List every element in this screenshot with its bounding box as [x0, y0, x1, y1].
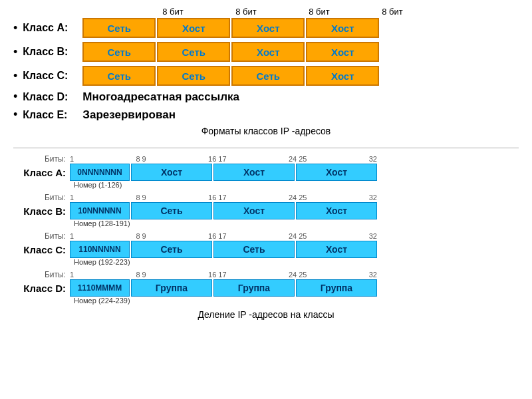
class-a-row: • Класс А: Сеть Хост Хост Хост [13, 18, 519, 38]
box-1-1: Хост [213, 202, 295, 219]
content-row-1: Класс В:10NNNNNNСетьХостХост [13, 202, 519, 219]
bullet-b: • [13, 45, 17, 59]
bit-header-row: 8 бит 8 бит 8 бит 8 бит [136, 7, 519, 17]
box-1-0: Сеть [131, 202, 212, 219]
class-c-row: • Класс С: Сеть Сеть Сеть Хост [13, 66, 519, 86]
sub-label-3: Номер (224-239) [74, 297, 519, 305]
class-e-text: Зарезервирован [82, 108, 176, 122]
box-0-0: Хост [131, 164, 212, 181]
content-row-2: Класс С:110NNNNNСетьСетьХост [13, 241, 519, 258]
bit-header-3: 8 бит [283, 7, 356, 17]
box-0-2: Хост [296, 164, 377, 181]
class-c-box-3: Хост [306, 66, 379, 86]
bottom-class-с: Биты:18 916 1724 2532Класс С:110NNNNNСет… [13, 231, 519, 268]
bottom-section: Биты:18 916 1724 2532Класс А:0NNNNNNNХос… [0, 151, 532, 323]
bits-row-3: Биты:18 916 1724 2532 [13, 270, 519, 279]
class-a-box-2: Хост [231, 18, 305, 38]
box-2-0: Сеть [131, 241, 212, 258]
class-e-row: • Класс Е: Зарезервирован [13, 108, 519, 122]
class-label-bottom-2: Класс С: [13, 244, 70, 255]
box-2-1: Сеть [213, 241, 295, 258]
box-0-1: Хост [213, 164, 295, 181]
bits-label-2: Биты: [13, 231, 70, 241]
box-1-2: Хост [296, 202, 377, 219]
class-c-boxes: Сеть Сеть Сеть Хост [82, 66, 379, 86]
first-box-3: 1110ММММ [70, 279, 130, 297]
first-box-2: 110NNNNN [70, 241, 130, 258]
class-b-box-1: Сеть [157, 42, 230, 62]
bits-row-1: Биты:18 916 1724 2532 [13, 193, 519, 202]
bits-row-0: Биты:18 916 1724 2532 [13, 154, 519, 164]
class-d-label: Класс D: [23, 91, 82, 103]
bottom-class-в: Биты:18 916 1724 2532Класс В:10NNNNNNСет… [13, 193, 519, 229]
class-a-label: Класс А: [23, 22, 82, 34]
bullet-c: • [13, 69, 17, 83]
boxes-row-3: 1110ММММГруппаГруппаГруппа [70, 279, 377, 297]
bullet-e: • [13, 108, 17, 122]
bullet-a: • [13, 21, 17, 35]
bit-header-2: 8 бит [209, 7, 283, 17]
first-box-1: 10NNNNNN [70, 202, 130, 219]
bottom-class-d: Биты:18 916 1724 2532Класс D:1110ММММГру… [13, 270, 519, 307]
content-row-0: Класс А:0NNNNNNNХостХостХост [13, 164, 519, 181]
class-a-box-3: Хост [306, 18, 379, 38]
class-label-bottom-1: Класс В: [13, 205, 70, 217]
class-d-text: Многоадресатная рассылка [82, 90, 239, 104]
class-c-label: Класс С: [23, 70, 82, 82]
class-c-box-2: Сеть [231, 66, 305, 86]
sub-label-0: Номер (1-126) [74, 181, 519, 189]
class-b-box-2: Хост [231, 42, 305, 62]
class-c-box-0: Сеть [82, 66, 156, 86]
class-label-bottom-0: Класс А: [13, 167, 70, 178]
bits-label-3: Биты: [13, 270, 70, 279]
class-a-boxes: Сеть Хост Хост Хост [82, 18, 379, 38]
sub-label-1: Номер (128-191) [74, 219, 519, 227]
box-2-2: Хост [296, 241, 377, 258]
box-3-1: Группа [213, 279, 295, 297]
content-row-3: Класс D:1110ММММГруппаГруппаГруппа [13, 279, 519, 297]
class-a-box-0: Сеть [82, 18, 156, 38]
class-c-box-1: Сеть [157, 66, 230, 86]
bits-label-0: Биты: [13, 154, 70, 164]
box-3-2: Группа [296, 279, 377, 297]
box-3-0: Группа [131, 279, 212, 297]
bottom-class-а: Биты:18 916 1724 2532Класс А:0NNNNNNNХос… [13, 154, 519, 191]
class-d-row: • Класс D: Многоадресатная рассылка [13, 90, 519, 104]
bit-header-4: 8 бит [356, 7, 429, 17]
bit-numbers-2: 18 916 1724 2532 [70, 232, 377, 240]
bit-numbers-3: 18 916 1724 2532 [70, 271, 377, 279]
class-b-label: Класс В: [23, 46, 82, 58]
first-box-0: 0NNNNNNN [70, 164, 130, 181]
boxes-row-1: 10NNNNNNСетьХостХост [70, 202, 377, 219]
boxes-row-0: 0NNNNNNNХостХостХост [70, 164, 377, 181]
top-section: 8 бит 8 бит 8 бит 8 бит • Класс А: Сеть … [0, 0, 532, 145]
class-label-bottom-3: Класс D: [13, 283, 70, 294]
class-b-boxes: Сеть Сеть Хост Хост [82, 42, 379, 62]
section-divider [13, 148, 519, 148]
class-b-box-0: Сеть [82, 42, 156, 62]
bottom-caption: Деление IP -адресов на классы [13, 309, 519, 320]
top-caption: Форматы классов IP -адресов [13, 126, 519, 136]
boxes-row-2: 110NNNNNСетьСетьХост [70, 241, 377, 258]
class-b-box-3: Хост [306, 42, 379, 62]
bits-row-2: Биты:18 916 1724 2532 [13, 231, 519, 241]
bit-numbers-0: 18 916 1724 2532 [70, 155, 377, 163]
bit-header-1: 8 бит [136, 7, 209, 17]
bullet-d: • [13, 90, 17, 104]
sub-label-2: Номер (192-223) [74, 258, 519, 266]
bits-label-1: Биты: [13, 193, 70, 202]
bit-numbers-1: 18 916 1724 2532 [70, 194, 377, 201]
class-e-label: Класс Е: [23, 109, 82, 121]
class-b-row: • Класс В: Сеть Сеть Хост Хост [13, 42, 519, 62]
class-a-box-1: Хост [157, 18, 230, 38]
